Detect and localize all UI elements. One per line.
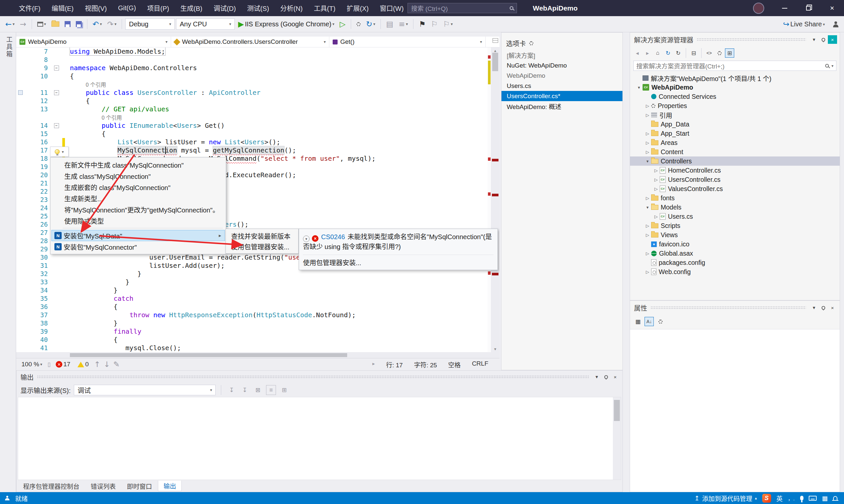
panel-splitter[interactable] — [623, 32, 630, 492]
breakpoint-margin[interactable] — [16, 311, 29, 319]
tree-item[interactable]: ▷引用 — [630, 110, 840, 120]
line-indicator[interactable]: 行: 17 — [386, 360, 403, 369]
output-content[interactable] — [18, 397, 621, 480]
search-icon[interactable] — [825, 64, 829, 68]
breakpoint-margin[interactable] — [16, 163, 29, 171]
sign-in-icon[interactable] — [833, 21, 839, 28]
menu-编辑(E)[interactable]: 编辑(E) — [46, 0, 80, 16]
code-view-icon[interactable]: <> — [705, 49, 714, 58]
expand-icon[interactable]: ▸ — [372, 360, 375, 369]
tree-item[interactable]: ▾Controllers — [630, 157, 840, 166]
breakpoint-margin[interactable] — [16, 319, 29, 327]
minimize-button[interactable] — [773, 0, 796, 16]
tree-item[interactable]: packages.config — [630, 258, 840, 267]
scrollbar-thumb[interactable] — [492, 53, 498, 71]
tree-item[interactable]: favicon.ico — [630, 239, 840, 249]
document-tab[interactable]: UsersController.cs* — [501, 91, 622, 101]
expand-arrow-icon[interactable]: ▷ — [644, 233, 651, 237]
navigate-list-button[interactable]: ≡▾ — [397, 17, 410, 31]
close-icon[interactable]: × — [610, 373, 620, 381]
breakpoint-margin[interactable] — [16, 204, 29, 212]
add-to-source-control-button[interactable]: ↥ 添加到源代码管理 ▴ — [694, 494, 757, 503]
search-icon[interactable] — [510, 6, 513, 10]
ime-language-indicator[interactable]: 英 — [776, 494, 783, 503]
user-avatar[interactable] — [753, 3, 764, 14]
tree-item[interactable]: ▷Global.asax — [630, 249, 840, 258]
expand-arrow-icon[interactable]: ▷ — [644, 131, 651, 136]
undo-button[interactable]: ↶▾ — [91, 17, 104, 31]
sync-icon[interactable]: ↻ — [663, 49, 673, 58]
error-mark[interactable] — [492, 273, 499, 275]
pin-icon[interactable] — [819, 303, 828, 312]
breakpoint-margin[interactable] — [16, 278, 29, 286]
quick-action-item[interactable]: 安装包"MySqlConnector" — [51, 241, 225, 252]
zoom-dropdown[interactable]: 100 %▾ — [19, 358, 44, 370]
menu-测试(S)[interactable]: 测试(S) — [241, 0, 275, 16]
solution-search-box[interactable]: 搜索解决方案资源管理器(Ctrl+;) ▾ — [633, 60, 837, 71]
breakpoint-margin[interactable] — [16, 72, 29, 80]
tree-item[interactable]: ▷Areas — [630, 138, 840, 147]
eol-indicator[interactable]: CRLF — [472, 360, 488, 369]
breakpoint-margin[interactable] — [16, 122, 29, 130]
tree-item[interactable]: ▷App_Start — [630, 129, 840, 138]
breakpoint-margin[interactable] — [16, 155, 29, 163]
space-indicator[interactable]: 空格 — [448, 360, 461, 369]
property-pages-icon[interactable] — [656, 317, 665, 326]
menu-视图(V)[interactable]: 视图(V) — [79, 0, 113, 16]
prev-issue-icon[interactable]: ↑ — [94, 361, 100, 368]
member-dropdown[interactable]: Get()▾ — [329, 37, 486, 47]
word-wrap-icon[interactable]: ≡ — [266, 385, 276, 395]
scroll-down-icon[interactable]: ▾ — [491, 346, 499, 352]
expand-arrow-icon[interactable]: ▷ — [644, 269, 651, 274]
collapse-arrow-icon[interactable]: ▾ — [635, 85, 642, 90]
tree-item[interactable]: ▷Properties — [630, 101, 840, 110]
drag-grip[interactable] — [696, 38, 806, 41]
quick-action-item[interactable]: 安装包"MySql.Data"▸ — [51, 230, 225, 241]
save-button[interactable] — [63, 17, 72, 31]
expand-arrow-icon[interactable]: ▷ — [652, 168, 660, 173]
panel-tab[interactable]: 输出 — [158, 481, 182, 491]
breakpoint-margin[interactable] — [16, 294, 29, 303]
tree-item[interactable]: ▷Views — [630, 230, 840, 239]
tree-item[interactable]: Connected Services — [630, 92, 840, 101]
menu-窗口(W)[interactable]: 窗口(W) — [374, 0, 409, 16]
close-icon[interactable]: × — [828, 35, 837, 44]
menu-生成(B)[interactable]: 生成(B) — [175, 0, 208, 16]
document-tab[interactable]: Users.cs — [501, 81, 622, 91]
menu-分析(N)[interactable]: 分析(N) — [275, 0, 308, 16]
notification-bell-icon[interactable] — [833, 496, 838, 500]
quick-action-item[interactable]: 生成嵌套的 class"MySqlConnection" — [51, 181, 225, 193]
toolbox-tab[interactable]: 工具箱 — [4, 36, 13, 58]
breakpoint-margin[interactable] — [16, 196, 29, 204]
tree-item[interactable]: App_Data — [630, 120, 840, 129]
code-cleanup-icon[interactable]: ✎ — [114, 361, 120, 368]
breakpoint-margin[interactable] — [16, 56, 29, 64]
next-issue-icon[interactable]: ↓ — [104, 361, 110, 368]
gear-icon[interactable] — [529, 41, 533, 46]
breakpoint-margin[interactable] — [16, 237, 29, 245]
clear-all-icon[interactable]: ⊠ — [253, 385, 263, 395]
quick-actions-lightbulb[interactable]: ▾ — [50, 147, 69, 157]
properties-grid[interactable] — [630, 329, 840, 492]
breakpoint-margin[interactable] — [16, 187, 29, 196]
collapse-all-icon[interactable]: ⊟ — [689, 49, 698, 58]
expand-arrow-icon[interactable]: ▷ — [644, 149, 651, 155]
categorize-icon[interactable]: ▦ — [633, 317, 642, 326]
breakpoint-margin[interactable] — [16, 113, 29, 122]
breakpoint-margin[interactable] — [16, 344, 29, 352]
close-button[interactable]: × — [820, 0, 844, 16]
submenu-item[interactable]: 查找并安装最新版本 — [226, 231, 298, 241]
error-fix-action[interactable]: 使用包管理器安装... — [303, 255, 494, 267]
expand-arrow-icon[interactable]: ▷ — [644, 223, 651, 228]
pin-icon[interactable] — [601, 373, 610, 381]
quick-action-item[interactable]: 生成新类型... — [51, 193, 225, 204]
expand-arrow-icon[interactable]: ▷ — [652, 214, 660, 219]
next-bookmark-button[interactable]: ⚐▾ — [441, 17, 455, 31]
switch-views-icon[interactable]: ⊞ — [725, 49, 734, 58]
menu-工具(T)[interactable]: 工具(T) — [308, 0, 341, 16]
alphabetical-sort-icon[interactable]: A↓ — [644, 317, 654, 326]
microphone-icon[interactable] — [800, 496, 804, 500]
start-without-debug-button[interactable]: ▷ — [338, 17, 347, 31]
breakpoint-margin[interactable] — [16, 171, 29, 179]
split-editor-handle[interactable] — [493, 38, 498, 43]
